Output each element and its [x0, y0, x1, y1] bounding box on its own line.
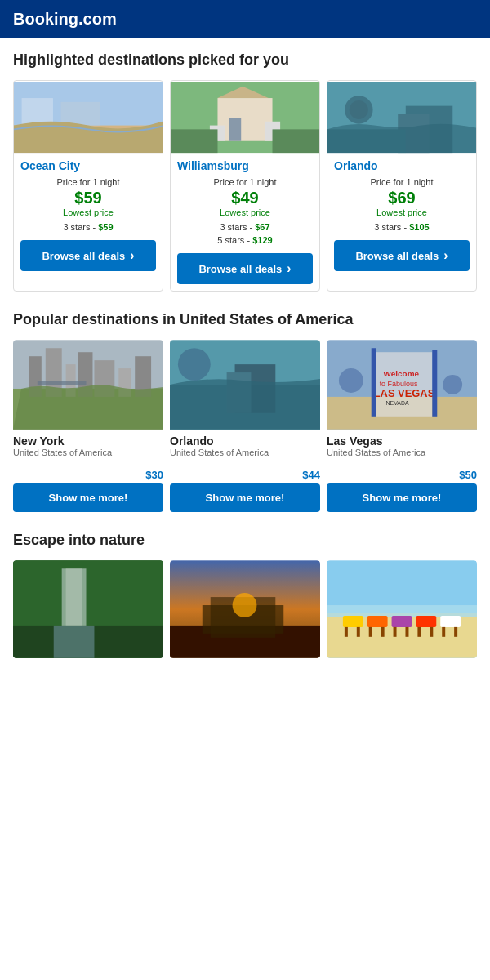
svg-rect-66	[369, 627, 372, 637]
ocean-city-lowest: Lowest price	[14, 207, 163, 217]
nature-card-waterfall	[13, 560, 163, 658]
orlando-lowest: Lowest price	[327, 207, 476, 217]
orlando-name: Orlando	[327, 154, 476, 174]
dest-card-ocean-city: Ocean City Price for 1 night $59 Lowest …	[13, 80, 163, 292]
pop-card-new-york: New York United States of America	[13, 340, 163, 457]
svg-rect-7	[229, 118, 241, 141]
svg-rect-62	[416, 616, 436, 627]
new-york-action: $30 Show me more!	[13, 464, 163, 512]
svg-rect-50	[13, 560, 163, 657]
svg-point-32	[178, 348, 211, 381]
ocean-city-price: $59	[14, 189, 163, 207]
orlando-popular-city: Orlando	[170, 434, 320, 448]
svg-text:NEVADA: NEVADA	[386, 400, 409, 406]
orlando-price: $69	[327, 189, 476, 207]
williamsburg-stars-3: 3 stars - $67	[171, 220, 319, 234]
arrow-icon: ›	[130, 248, 134, 263]
svg-rect-40	[372, 348, 376, 417]
nature-section: Escape into nature	[13, 532, 477, 658]
new-york-price: $30	[145, 469, 163, 481]
svg-rect-2	[22, 98, 53, 126]
dest-card-williamsburg: Williamsburg Price for 1 night $49 Lowes…	[170, 80, 320, 292]
svg-rect-5	[217, 98, 272, 141]
orlando-action: $44 Show me more!	[170, 464, 320, 512]
ocean-city-price-label: Price for 1 night	[14, 174, 163, 189]
svg-rect-60	[368, 616, 388, 627]
popular-title: Popular destinations in United States of…	[13, 311, 477, 328]
nature-cards-row	[13, 560, 477, 658]
new-york-show-more-btn[interactable]: Show me more!	[13, 483, 163, 512]
las-vegas-price: $50	[459, 469, 477, 481]
new-york-city: New York	[13, 434, 163, 448]
svg-text:LAS VEGAS: LAS VEGAS	[374, 387, 435, 399]
highlighted-title: Highlighted destinations picked for you	[13, 51, 477, 69]
orlando-price-label: Price for 1 night	[327, 174, 476, 189]
williamsburg-browse-btn[interactable]: Browse all deals ›	[177, 253, 313, 284]
popular-cards-row: New York United States of America Orland…	[13, 340, 477, 457]
las-vegas-country: United States of America	[327, 448, 477, 457]
williamsburg-name: Williamsburg	[171, 154, 319, 174]
new-york-country: United States of America	[13, 448, 163, 457]
williamsburg-stars-5: 5 stars - $129	[171, 234, 319, 247]
nature-card-sunset	[170, 560, 320, 658]
new-york-image	[13, 340, 163, 430]
svg-rect-64	[345, 627, 348, 637]
orlando-popular-info: Orlando United States of America	[170, 430, 320, 457]
dest-card-orlando: Orlando Price for 1 night $69 Lowest pri…	[327, 80, 477, 292]
waterfall-image	[13, 560, 163, 658]
orlando-price-row: $44	[170, 464, 320, 483]
svg-rect-10	[171, 129, 217, 153]
beach-image	[327, 560, 477, 658]
svg-text:Welcome: Welcome	[384, 369, 420, 378]
new-york-price-row: $30	[13, 464, 163, 483]
popular-section: Popular destinations in United States of…	[13, 311, 477, 512]
nature-card-beach	[327, 560, 477, 658]
las-vegas-city: Las Vegas	[327, 434, 477, 448]
svg-rect-61	[392, 616, 412, 627]
svg-rect-70	[417, 627, 421, 637]
las-vegas-price-row: $50	[327, 464, 477, 483]
booking-logo: Booking.com	[13, 10, 117, 28]
svg-rect-3	[60, 102, 100, 126]
williamsburg-price: $49	[171, 189, 319, 207]
header: Booking.com	[0, 0, 490, 38]
main-content: Highlighted destinations picked for you …	[0, 38, 490, 691]
ocean-city-name: Ocean City	[14, 154, 163, 174]
sunset-image	[170, 560, 320, 658]
arrow-icon: ›	[443, 248, 448, 263]
orlando-stars-3: 3 stars - $105	[327, 220, 476, 234]
ocean-city-image	[14, 81, 163, 154]
new-york-info: New York United States of America	[13, 430, 163, 457]
svg-rect-69	[405, 627, 408, 637]
svg-point-17	[350, 100, 368, 119]
svg-rect-11	[273, 129, 319, 153]
popular-actions-row: $30 Show me more! $44 Show me more! $50	[13, 464, 477, 512]
nature-title: Escape into nature	[13, 532, 477, 549]
arrow-icon: ›	[287, 261, 291, 276]
williamsburg-image	[171, 81, 319, 154]
orlando-popular-image	[170, 340, 320, 430]
orlando-image	[327, 81, 476, 154]
svg-rect-27	[38, 381, 87, 385]
ocean-city-browse-btn[interactable]: Browse all deals ›	[20, 240, 156, 271]
las-vegas-action: $50 Show me more!	[327, 464, 477, 512]
svg-point-55	[233, 593, 257, 617]
orlando-show-more-btn[interactable]: Show me more!	[170, 483, 320, 512]
svg-rect-67	[381, 627, 385, 637]
svg-rect-71	[430, 627, 433, 637]
las-vegas-show-more-btn[interactable]: Show me more!	[327, 483, 477, 512]
pop-card-las-vegas: Welcome to Fabulous LAS VEGAS NEVADA Las…	[327, 340, 477, 457]
svg-point-43	[443, 375, 462, 394]
svg-rect-63	[440, 616, 461, 627]
williamsburg-lowest: Lowest price	[171, 207, 319, 217]
ocean-city-stars-3: 3 stars - $59	[14, 220, 163, 234]
williamsburg-price-label: Price for 1 night	[171, 174, 319, 189]
svg-rect-72	[442, 627, 445, 637]
highlighted-section: Highlighted destinations picked for you …	[13, 51, 477, 292]
orlando-popular-price: $44	[302, 469, 320, 481]
las-vegas-image: Welcome to Fabulous LAS VEGAS NEVADA	[327, 340, 477, 430]
orlando-browse-btn[interactable]: Browse all deals ›	[334, 240, 470, 271]
dest-cards-row: Ocean City Price for 1 night $59 Lowest …	[13, 80, 477, 292]
svg-rect-58	[327, 605, 477, 617]
svg-point-42	[339, 368, 363, 393]
